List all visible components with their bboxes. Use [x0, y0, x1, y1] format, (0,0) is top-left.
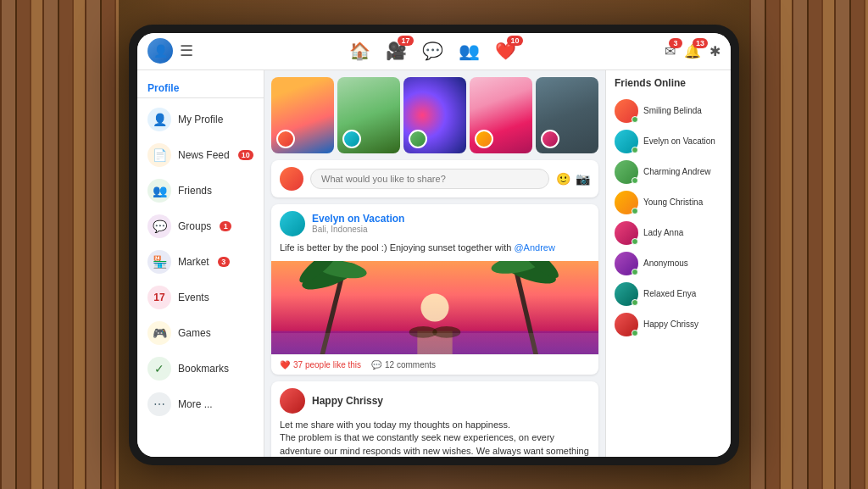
settings-nav-item[interactable]: ✱: [709, 43, 721, 59]
friend-item-0[interactable]: Smiling Belinda: [615, 96, 722, 126]
story-row: [271, 77, 598, 153]
emoji-icon[interactable]: 🙂: [556, 172, 570, 186]
palm-scene: [271, 261, 598, 354]
friend-item-3[interactable]: Young Christina: [615, 187, 722, 218]
friend-name-3: Young Christina: [643, 197, 703, 207]
sidebar-header: Profile: [137, 77, 264, 98]
friend-avatar-0: [615, 99, 638, 123]
story-avatar-4: [475, 130, 493, 148]
message-nav-item[interactable]: 💬: [422, 41, 443, 61]
feed-post-1: Evelyn on Vacation Bali, Indonesia Life …: [271, 204, 598, 375]
composer-input[interactable]: [310, 169, 549, 189]
story-5[interactable]: [536, 77, 598, 153]
bookshelf-left: [0, 0, 119, 489]
friend-item-6[interactable]: Relaxed Enya: [615, 279, 722, 309]
sidebar-item-profile[interactable]: 👤 My Profile: [137, 102, 264, 137]
top-navigation: 👤 ☰ 🏠 🎥 17 💬 👥 ❤️ 10: [137, 33, 731, 70]
friend-avatar-3: [615, 191, 638, 214]
friend-item-5[interactable]: Anonymous: [615, 248, 722, 279]
post-1-meta: Evelyn on Vacation Bali, Indonesia: [312, 213, 590, 234]
sidebar-item-market[interactable]: 🏪 Market 3: [137, 244, 264, 280]
mail-nav-item[interactable]: ✉ 3: [665, 43, 676, 59]
post-1-mention[interactable]: @Andrew: [514, 242, 554, 253]
friend-name-4: Lady Anna: [643, 228, 683, 237]
friend-avatar-6: [615, 282, 638, 306]
tablet-screen: 👤 ☰ 🏠 🎥 17 💬 👥 ❤️ 10: [137, 33, 731, 457]
friends-nav-item[interactable]: 👥: [459, 41, 480, 61]
sidebar-label-bookmarks: Bookmarks: [178, 363, 229, 375]
feed-post-2: Happy Chrissy Let me share with you toda…: [271, 381, 598, 457]
heart-action-icon: ❤️: [280, 360, 290, 370]
online-dot-7: [632, 330, 638, 336]
friend-avatar-7: [615, 313, 638, 336]
profile-icon: 👤: [147, 108, 171, 131]
sidebar-item-friends[interactable]: 👥 Friends: [137, 173, 264, 208]
story-3[interactable]: [403, 77, 466, 153]
home-nav-item[interactable]: 🏠: [349, 41, 370, 61]
bell-nav-item[interactable]: 🔔 13: [684, 43, 701, 59]
online-dot-3: [632, 208, 638, 214]
sidebar-label-groups: Groups: [178, 220, 211, 232]
story-avatar-1: [276, 130, 295, 148]
sidebar-label-games: Games: [178, 327, 211, 339]
news-icon: 📄: [147, 143, 171, 167]
content-area: 🙂 📷 Evelyn on Vacation Bali, Indonesia: [264, 70, 605, 457]
story-1[interactable]: [271, 77, 334, 153]
video-nav-item[interactable]: 🎥 17: [386, 41, 407, 61]
post-1-header: Evelyn on Vacation Bali, Indonesia: [271, 204, 598, 240]
sidebar-item-bookmarks[interactable]: ✓ Bookmarks: [137, 351, 264, 386]
story-4[interactable]: [470, 77, 532, 153]
friend-avatar-1: [615, 130, 638, 153]
settings-icon: ✱: [709, 44, 721, 58]
market-badge: 3: [218, 257, 230, 267]
svg-point-13: [432, 326, 460, 338]
sidebar-label-profile: My Profile: [178, 114, 223, 125]
post-1-author[interactable]: Evelyn on Vacation: [312, 213, 590, 225]
friends-panel-title: Friends Online: [615, 77, 722, 89]
post-2-text: Let me share with you today my thoughts …: [271, 417, 598, 457]
groups-icon: 💬: [147, 214, 171, 238]
newsfeed-badge: 10: [238, 150, 253, 160]
post-1-likes[interactable]: ❤️ 37 people like this: [280, 360, 361, 370]
friend-name-7: Happy Chrissy: [643, 320, 698, 329]
sidebar-item-groups[interactable]: 💬 Groups 1: [137, 208, 264, 244]
post-2-meta: Happy Chrissy: [312, 395, 590, 407]
sidebar-label-market: Market: [178, 256, 209, 268]
sidebar-label-more: More ...: [178, 398, 213, 410]
post-1-actions: ❤️ 37 people like this 💬 12 comments: [271, 354, 598, 375]
events-icon: 17: [147, 286, 171, 309]
sidebar-label-friends: Friends: [178, 185, 212, 197]
post-1-text: Life is better by the pool :) Enjoying s…: [271, 240, 598, 261]
sidebar-item-newsfeed[interactable]: 📄 News Feed 10: [137, 137, 264, 173]
sidebar: Profile 👤 My Profile 📄 News Feed 10 👥 Fr…: [137, 70, 264, 457]
sidebar-item-games[interactable]: 🎮 Games: [137, 315, 264, 351]
nav-right: ✉ 3 🔔 13 ✱: [665, 43, 721, 59]
svg-rect-3: [417, 331, 452, 353]
mail-badge: 3: [669, 38, 682, 48]
story-avatar-3: [409, 130, 427, 148]
notifications-nav-item[interactable]: ❤️ 10: [495, 41, 516, 61]
post-1-avatar: [280, 211, 305, 236]
video-badge: 17: [398, 36, 413, 46]
heart-badge: 10: [507, 36, 522, 46]
hamburger-icon[interactable]: ☰: [180, 42, 193, 60]
friend-avatar-5: [615, 252, 638, 275]
friend-item-4[interactable]: Lady Anna: [615, 218, 722, 248]
svg-rect-2: [271, 331, 598, 353]
post-2-author[interactable]: Happy Chrissy: [312, 395, 590, 407]
post-2-avatar: [280, 388, 305, 414]
sidebar-item-more[interactable]: ⋯ More ...: [137, 386, 264, 422]
sidebar-item-events[interactable]: 17 Events: [137, 280, 264, 315]
friend-item-7[interactable]: Happy Chrissy: [615, 309, 722, 340]
friends-icon: 👥: [459, 41, 480, 61]
friend-avatar-4: [615, 221, 638, 245]
post-1-image: [271, 261, 598, 354]
story-2[interactable]: [337, 77, 400, 153]
camera-icon[interactable]: 📷: [576, 172, 590, 186]
bell-badge: 13: [693, 38, 708, 48]
post-1-comments[interactable]: 💬 12 comments: [371, 360, 436, 370]
user-avatar[interactable]: 👤: [147, 38, 173, 64]
friend-item-1[interactable]: Evelyn on Vacation: [615, 126, 722, 157]
friend-avatar-2: [615, 160, 638, 184]
friend-item-2[interactable]: Charming Andrew: [615, 157, 722, 187]
